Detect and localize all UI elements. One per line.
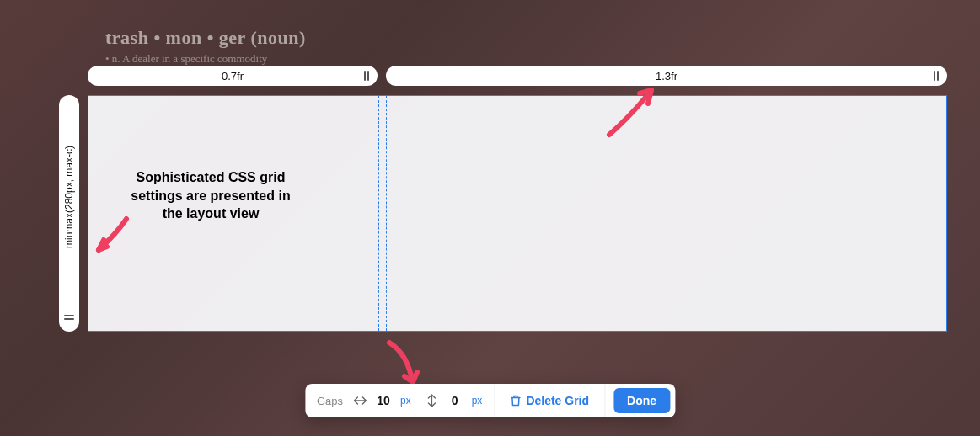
grid-column-drag-handle-icon[interactable] [934, 71, 939, 81]
callout-annotation: Sophisticated CSS grid settings are pres… [122, 168, 299, 223]
row-gap-input[interactable] [443, 394, 467, 407]
grid-row-size-label: minmax(280px, max-c) [63, 146, 75, 248]
delete-section: Delete Grid [495, 384, 605, 417]
done-section: Done [605, 384, 675, 417]
column-gap-unit-select[interactable]: px [400, 395, 411, 407]
background-dictionary-text: trash • mon • ger (noun) • n. A dealer i… [105, 27, 306, 66]
done-button[interactable]: Done [613, 388, 670, 413]
gaps-section: Gaps px px [305, 384, 495, 417]
grid-column-size-pill-1[interactable]: 0.7fr [88, 66, 378, 86]
delete-grid-button[interactable]: Delete Grid [506, 394, 592, 407]
dictionary-definition: • n. A dealer in a specific commodity [105, 52, 306, 66]
horizontal-arrows-icon [353, 395, 367, 407]
grid-column-size-label: 1.3fr [386, 70, 947, 82]
row-gap-group: px [426, 394, 483, 407]
row-gap-unit-select[interactable]: px [472, 395, 483, 407]
grid-column-size-label: 0.7fr [88, 70, 378, 82]
gaps-label: Gaps [317, 395, 343, 407]
grid-toolbar: Gaps px px Delete Grid Done [305, 384, 675, 417]
grid-row-drag-handle-icon[interactable] [64, 315, 74, 320]
delete-grid-label: Delete Grid [526, 394, 589, 407]
grid-column-gap-divider[interactable] [378, 96, 387, 331]
grid-column-size-pill-2[interactable]: 1.3fr [386, 66, 947, 86]
grid-row-size-pill[interactable]: minmax(280px, max-c) [59, 95, 79, 332]
grid-column-headers: 0.7fr 1.3fr [88, 66, 947, 86]
column-gap-group: px [353, 394, 411, 407]
grid-column-drag-handle-icon[interactable] [364, 71, 369, 81]
vertical-arrows-icon [426, 394, 438, 407]
column-gap-input[interactable] [372, 394, 395, 407]
dictionary-word: trash • mon • ger (noun) [105, 27, 306, 49]
trash-icon [510, 395, 521, 407]
